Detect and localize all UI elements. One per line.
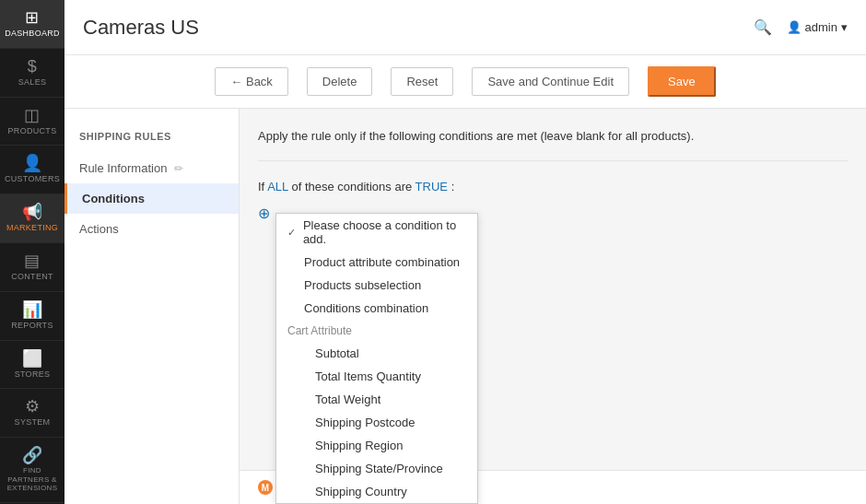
dashboard-icon: ⊞ xyxy=(25,9,39,26)
left-nav-conditions[interactable]: Conditions xyxy=(64,183,239,214)
left-nav-title: SHIPPING RULES xyxy=(64,123,239,153)
sidebar-item-sales[interactable]: $ SALES xyxy=(0,49,64,98)
delete-button[interactable]: Delete xyxy=(307,67,373,96)
user-label: admin xyxy=(805,20,837,34)
sidebar-label-stores: STORES xyxy=(15,369,51,380)
left-nav: SHIPPING RULES Rule Information ✏ Condit… xyxy=(64,109,240,504)
dropdown-item-label: Shipping State/Province xyxy=(315,462,443,475)
dropdown-item-label: Product attribute combination xyxy=(304,255,460,269)
dropdown-item-placeholder[interactable]: Please choose a condition to add. xyxy=(276,214,477,251)
dropdown-list: Please choose a condition to add. Produc… xyxy=(275,213,478,504)
reset-button[interactable]: Reset xyxy=(391,67,453,96)
sidebar-item-stores[interactable]: ⬜ STORES xyxy=(0,341,64,390)
sidebar-item-dashboard[interactable]: ⊞ DASHBOARD xyxy=(0,0,64,49)
page-title: Cameras US xyxy=(83,16,199,40)
system-icon: ⚙ xyxy=(25,398,40,415)
sidebar-label-extensions: FIND PARTNERS & EXTENSIONS xyxy=(4,466,61,493)
dropdown-item-shipping-region[interactable]: Shipping Region xyxy=(276,434,477,457)
conditions-middle: of these conditions are xyxy=(291,180,415,193)
sidebar-label-content: CONTENT xyxy=(11,272,53,282)
header-actions: 🔍 👤 admin ▾ xyxy=(754,18,848,36)
dropdown-group-cart-attribute: Cart Attribute xyxy=(276,320,477,342)
sidebar-label-marketing: MARKETING xyxy=(6,223,58,233)
dropdown-item-subtotal[interactable]: Subtotal xyxy=(276,342,477,365)
condition-row: ⊕ Please choose a condition to add. Prod… xyxy=(258,205,848,222)
dropdown-item-shipping-state[interactable]: Shipping State/Province xyxy=(276,457,477,480)
dropdown-item-products-subselection[interactable]: Products subselection xyxy=(276,274,477,297)
sidebar-item-products[interactable]: ◫ PRODUCTS xyxy=(0,98,64,147)
dropdown-item-label: Conditions combination xyxy=(304,301,428,315)
dropdown-item-label: Subtotal xyxy=(315,346,359,360)
group-label: Cart Attribute xyxy=(287,324,352,337)
sidebar-label-sales: SALES xyxy=(18,77,47,88)
dropdown-item-label: Total Weight xyxy=(315,393,380,406)
dropdown-item-product-attr-combo[interactable]: Product attribute combination xyxy=(276,251,477,274)
true-link[interactable]: TRUE xyxy=(415,180,448,193)
main-panel: Apply the rule only if the following con… xyxy=(240,109,866,504)
toolbar: ← Back Delete Reset Save and Continue Ed… xyxy=(64,55,866,109)
actions-label: Actions xyxy=(79,222,119,236)
products-icon: ◫ xyxy=(24,107,40,123)
back-button[interactable]: ← Back xyxy=(215,67,288,96)
dropdown-item-label: Products subselection xyxy=(304,278,421,292)
sidebar-item-extensions[interactable]: 🔗 FIND PARTNERS & EXTENSIONS xyxy=(0,438,64,503)
customers-icon: 👤 xyxy=(22,155,42,171)
sidebar-item-system[interactable]: ⚙ SYSTEM xyxy=(0,389,64,438)
dropdown-item-label: Please choose a condition to add. xyxy=(303,218,466,246)
rule-information-label: Rule Information xyxy=(79,161,167,175)
all-link[interactable]: ALL xyxy=(267,180,288,193)
sidebar-item-content[interactable]: ▤ CONTENT xyxy=(0,243,64,292)
dropdown-item-conditions-combo[interactable]: Conditions combination xyxy=(276,297,477,320)
left-nav-actions[interactable]: Actions xyxy=(64,214,239,244)
dropdown-item-shipping-country[interactable]: Shipping Country xyxy=(276,480,477,503)
dropdown-item-label: Total Items Quantity xyxy=(315,369,421,383)
sidebar-label-system: SYSTEM xyxy=(15,417,51,428)
dropdown-item-shipping-postcode[interactable]: Shipping Postcode xyxy=(276,411,477,434)
dropdown-item-total-items-qty[interactable]: Total Items Quantity xyxy=(276,365,477,388)
add-condition-icon[interactable]: ⊕ xyxy=(258,205,270,222)
marketing-icon: 📢 xyxy=(22,204,42,220)
reports-icon: 📊 xyxy=(22,301,42,318)
chevron-down-icon: ▾ xyxy=(841,20,848,34)
content-area: SHIPPING RULES Rule Information ✏ Condit… xyxy=(64,109,866,504)
sidebar-item-reports[interactable]: 📊 REPORTS xyxy=(0,292,64,341)
dropdown-item-label: Shipping Postcode xyxy=(315,416,415,429)
rule-description: Apply the rule only if the following con… xyxy=(258,127,848,161)
save-continue-button[interactable]: Save and Continue Edit xyxy=(472,67,629,96)
sidebar-item-customers[interactable]: 👤 CUSTOMERS xyxy=(0,146,64,194)
conditions-header: If ALL of these conditions are TRUE : xyxy=(258,180,848,193)
sidebar-label-dashboard: DASHBOARD xyxy=(5,29,60,39)
user-icon: 👤 xyxy=(787,20,802,34)
sidebar-item-marketing[interactable]: 📢 MARKETING xyxy=(0,194,64,243)
content-icon: ▤ xyxy=(24,252,40,269)
save-button[interactable]: Save xyxy=(648,66,716,97)
sidebar: ⊞ DASHBOARD $ SALES ◫ PRODUCTS 👤 CUSTOME… xyxy=(0,0,64,504)
sidebar-label-products: PRODUCTS xyxy=(8,126,57,136)
user-menu[interactable]: 👤 admin ▾ xyxy=(787,20,848,34)
header: Cameras US 🔍 👤 admin ▾ xyxy=(64,0,866,55)
conditions-suffix: : xyxy=(451,180,455,193)
dropdown-item-total-weight[interactable]: Total Weight xyxy=(276,388,477,411)
dropdown-item-label: Shipping Region xyxy=(315,439,403,452)
stores-icon: ⬜ xyxy=(22,350,42,367)
sidebar-label-customers: CUSTOMERS xyxy=(5,174,60,184)
conditions-prefix: If xyxy=(258,180,264,193)
left-nav-rule-information[interactable]: Rule Information ✏ xyxy=(64,153,239,183)
edit-icon: ✏ xyxy=(174,162,183,175)
footer-logo: M xyxy=(258,480,273,495)
sales-icon: $ xyxy=(28,58,37,75)
extensions-icon: 🔗 xyxy=(22,447,42,463)
main-area: Cameras US 🔍 👤 admin ▾ ← Back Delete Res… xyxy=(64,0,866,504)
sidebar-label-reports: REPORTS xyxy=(11,321,53,331)
dropdown-item-label: Shipping Country xyxy=(315,485,407,498)
search-icon[interactable]: 🔍 xyxy=(754,18,772,36)
conditions-label: Conditions xyxy=(82,192,145,205)
